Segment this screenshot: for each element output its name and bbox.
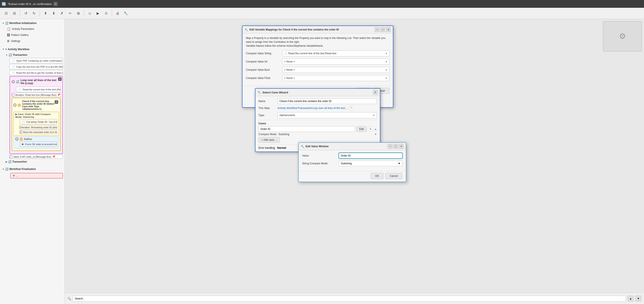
- select-case-collapse[interactable]: −: [14, 104, 16, 107]
- nav-up-btn[interactable]: ▲: [628, 295, 634, 301]
- search-icon: 🔍: [68, 297, 71, 300]
- toolbar-delete-btn[interactable]: ✗: [58, 10, 65, 17]
- iteration-remaining-label: Iteration: Remaining order ID (should be…: [21, 126, 57, 129]
- variable-mappings-icon: 🔧: [245, 28, 248, 31]
- doelse-collapse[interactable]: −: [15, 138, 18, 141]
- string-compare-select[interactable]: Substring ▼: [339, 161, 402, 166]
- toolbar-settings-btn[interactable]: 🔧: [122, 10, 129, 17]
- string-compare-row: String Compare Mode: Substring ▼: [302, 161, 402, 166]
- toolbar-pin-btn[interactable]: ✂: [66, 10, 74, 17]
- toolbar-copy-btn[interactable]: ⊡: [2, 10, 10, 17]
- value-input-label: Value:: [302, 154, 337, 157]
- property-compare-string: Compare Value String 📄 Read the current …: [246, 50, 390, 57]
- workflow-finalization-header[interactable]: ▼ 🔄 Workflow Finalization: [2, 167, 63, 171]
- wizard-type-select[interactable]: Alphanumeric ▼: [278, 112, 377, 118]
- wizard-title-left: 🔧 Select Case Wizard: [258, 91, 288, 94]
- read-icon: 📄: [12, 71, 15, 74]
- compare-float-select[interactable]: < None > ▼: [282, 75, 390, 81]
- iteration-checkbox[interactable]: [12, 94, 14, 96]
- remaining-checkbox[interactable]: [20, 126, 20, 129]
- step-store-order-id[interactable]: ✓ Store the extracted order id in the Ac…: [20, 130, 57, 134]
- loop-icon: 🔄: [16, 80, 19, 83]
- select-case-close-btn[interactable]: ✗: [55, 100, 58, 104]
- compare-bool-select[interactable]: < None > ▼: [282, 67, 390, 73]
- sidebar-item-pattern-gallery[interactable]: 🖼 Pattern Gallery: [2, 33, 63, 38]
- variable-mappings-close[interactable]: ×: [386, 27, 391, 32]
- section-activity-workflow[interactable]: ▼ ≡ Activity Workflow: [2, 47, 63, 52]
- settings-icon: ⚙: [7, 39, 10, 43]
- value-dialog-minimize[interactable]: −: [388, 144, 392, 149]
- toolbar-sep-4: [112, 10, 112, 17]
- store-checkbox[interactable]: ✓: [20, 131, 22, 133]
- variable-mappings-minimize[interactable]: −: [375, 27, 380, 32]
- step-read-lines[interactable]: 📄 Read the text file to get the number o…: [10, 70, 63, 76]
- step-read-line[interactable]: 📄 Read the current line of the text (Rea…: [16, 87, 61, 92]
- value-ap-checkbox[interactable]: [10, 155, 12, 158]
- sidebar-item-settings[interactable]: ⚙ Settings: [2, 39, 63, 44]
- app-icon: 🔄: [2, 2, 6, 6]
- toolbar-cut-btn[interactable]: ⊟: [11, 10, 18, 17]
- cut-icon: 📄: [22, 120, 25, 123]
- transaction-2-header[interactable]: ▶ 🔄 Transaction: [5, 159, 63, 164]
- finalization-step[interactable]: ⚙ ...: [10, 173, 63, 178]
- select-case-label: Check if the current line contains the o…: [22, 100, 59, 110]
- toolbar-up-btn[interactable]: ⬆: [42, 10, 49, 17]
- value-dialog-close[interactable]: ×: [399, 144, 404, 149]
- loop-collapse-btn[interactable]: −: [12, 80, 15, 83]
- toolbar-stop-btn[interactable]: ⊙: [103, 10, 110, 17]
- variable-mappings-title-left: 🔧 Edit Variable Mappings for Check if th…: [245, 28, 339, 31]
- force-ok-icon: ▶: [22, 143, 24, 146]
- case-value-input[interactable]: [258, 126, 355, 132]
- toolbar-run-btn[interactable]: ▶: [94, 10, 101, 17]
- toolbar-down-btn[interactable]: ⬇: [50, 10, 57, 17]
- compare-mode-value: Substring: [278, 133, 289, 136]
- window-close-button[interactable]: ×: [54, 2, 58, 6]
- wizard-help-btn[interactable]: ?: [349, 106, 354, 111]
- toolbar-sep-3: [84, 10, 84, 17]
- step-open-pdf[interactable]: 📄 Open PDF containing an order confirmat…: [10, 58, 63, 63]
- value-input-field[interactable]: [339, 153, 402, 158]
- transaction-header[interactable]: ▼ 🔄 Transaction: [5, 53, 63, 57]
- step-iteration-read[interactable]: Iteration: Read text line (Message Box) …: [12, 93, 61, 97]
- value-dialog-maximize[interactable]: □: [393, 144, 398, 149]
- compare-string-icon: 📄: [284, 52, 288, 55]
- case-scroll-up[interactable]: ▲: [374, 128, 377, 131]
- loop-close-btn[interactable]: ✗: [58, 77, 62, 81]
- compare-int-select[interactable]: < None > ▼: [282, 59, 390, 65]
- step-read-line-label: Read the current line of the text (Read …: [23, 88, 61, 91]
- wizard-step-label: This Step:: [258, 107, 276, 110]
- minimap-icon: ⚙: [619, 32, 626, 41]
- doelse-label: DoElse: [24, 138, 32, 140]
- variable-mappings-maximize[interactable]: □: [380, 27, 385, 32]
- add-case-btn[interactable]: + Add case ...: [258, 137, 280, 143]
- step-force-ok[interactable]: ▶ Force OK state to proceed even if orde…: [20, 141, 57, 147]
- wizard-name-input[interactable]: [278, 98, 377, 104]
- case-remove-btn[interactable]: ✕: [368, 127, 373, 132]
- compare-string-select[interactable]: 📄 Read the current line of the text.Read…: [282, 50, 390, 57]
- toolbar-undo-btn[interactable]: ↺: [22, 10, 29, 17]
- value-dialog-ok-btn[interactable]: OK: [370, 173, 383, 179]
- case-collapse[interactable]: ▶: [15, 113, 18, 115]
- nav-down-btn[interactable]: ▼: [635, 295, 642, 301]
- wizard-close[interactable]: ×: [373, 90, 378, 95]
- step-copy-text[interactable]: 📄 Copy the text from the PDF to a text f…: [10, 64, 63, 69]
- toolbar-print-btn[interactable]: 🖨: [114, 10, 121, 17]
- toolbar-redo-btn[interactable]: ↻: [30, 10, 38, 17]
- step-iteration-remaining[interactable]: Iteration: Remaining order ID (should be…: [20, 125, 57, 129]
- variable-mappings-desc: Map a Property to a Variable by searchin…: [246, 36, 390, 48]
- step-cut-string[interactable]: 📄 Cut string "Order ID " out of line tex…: [20, 119, 57, 125]
- doelse-header: − 🔀 DoElse: [15, 138, 57, 141]
- toolbar-sep-2: [40, 10, 40, 17]
- sidebar-item-activity-parameters[interactable]: 📋 Activity Parameters: [2, 26, 63, 32]
- section-workflow-init[interactable]: ▼ 🔄 Workflow Initialization: [2, 21, 63, 26]
- toolbar-diamond-btn[interactable]: ◇: [86, 10, 93, 17]
- cases-scroll-down[interactable]: ▼: [374, 133, 377, 136]
- step-value-ap[interactable]: Value of AP order_id (Message Box) 📌: [10, 155, 63, 159]
- case-edit-btn[interactable]: Edit: [356, 126, 366, 132]
- compare-bool-value: < None >: [284, 68, 385, 71]
- search-input[interactable]: [73, 295, 626, 301]
- finalization-step-label: ...: [16, 174, 18, 177]
- wizard-step-link[interactable]: Activity Workflow/Transaction/Loop over …: [278, 107, 347, 110]
- toolbar-grid-btn[interactable]: ⊞: [75, 10, 82, 17]
- value-dialog-cancel-btn[interactable]: Cancel: [385, 173, 402, 179]
